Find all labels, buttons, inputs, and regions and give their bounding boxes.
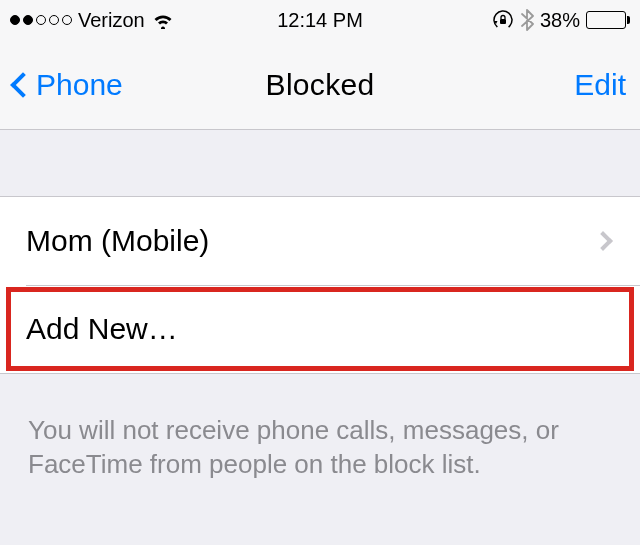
chevron-left-icon bbox=[10, 72, 35, 97]
status-right: 38% bbox=[492, 9, 630, 32]
bluetooth-icon bbox=[520, 9, 534, 31]
back-button[interactable]: Phone bbox=[14, 68, 123, 102]
svg-rect-1 bbox=[500, 19, 506, 24]
page-title: Blocked bbox=[266, 68, 375, 102]
edit-button[interactable]: Edit bbox=[574, 68, 626, 102]
battery-icon bbox=[586, 11, 630, 29]
status-left: Verizon bbox=[10, 9, 175, 32]
status-bar: Verizon 12:14 PM 38% bbox=[0, 0, 640, 40]
back-label: Phone bbox=[36, 68, 123, 102]
carrier-label: Verizon bbox=[78, 9, 145, 32]
footer-description: You will not receive phone calls, messag… bbox=[0, 374, 640, 482]
status-time: 12:14 PM bbox=[277, 9, 363, 32]
wifi-icon bbox=[151, 11, 175, 29]
orientation-lock-icon bbox=[492, 9, 514, 31]
spacer bbox=[0, 130, 640, 196]
blocked-list: Mom (Mobile) Add New… bbox=[0, 196, 640, 374]
contact-label: Mom (Mobile) bbox=[26, 224, 209, 258]
add-new-button[interactable]: Add New… bbox=[0, 285, 640, 373]
battery-percentage: 38% bbox=[540, 9, 580, 32]
blocked-contact-row[interactable]: Mom (Mobile) bbox=[0, 197, 640, 285]
chevron-right-icon bbox=[593, 231, 613, 251]
add-new-label: Add New… bbox=[26, 312, 178, 346]
nav-bar: Phone Blocked Edit bbox=[0, 40, 640, 130]
signal-strength-icon bbox=[10, 15, 72, 25]
